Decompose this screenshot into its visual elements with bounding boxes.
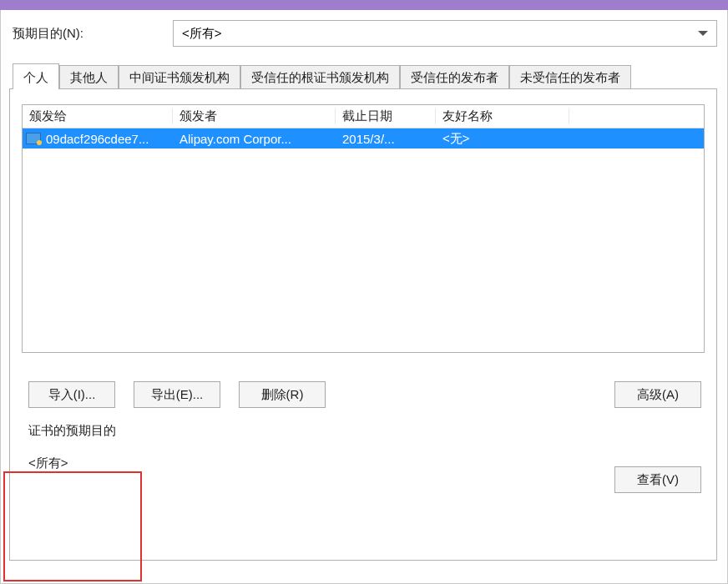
delete-button[interactable]: 删除(R) (239, 381, 326, 408)
cell-expiry: 2015/3/... (336, 132, 436, 146)
view-button[interactable]: 查看(V) (614, 466, 701, 493)
tab-label: 受信任的根证书颁发机构 (251, 70, 389, 84)
button-label: 导出(E)... (151, 387, 204, 403)
certificate-list[interactable]: 颁发给 颁发者 截止日期 友好名称 09dacf296cdee7... Alip… (22, 104, 705, 353)
button-label: 导入(I)... (48, 387, 96, 403)
intended-purpose-value: <所有> (182, 26, 222, 42)
tab-label: 受信任的发布者 (411, 70, 498, 84)
cell-issued-by: Alipay.com Corpor... (173, 132, 336, 146)
list-header: 颁发给 颁发者 截止日期 友好名称 (23, 105, 704, 128)
tab-personal[interactable]: 个人 (13, 63, 59, 89)
export-button[interactable]: 导出(E)... (134, 381, 220, 408)
intended-purpose-row: 预期目的(N): <所有> (9, 20, 717, 47)
intended-purpose-label: 预期目的(N): (13, 26, 163, 42)
tab-untrusted-publishers[interactable]: 未受信任的发布者 (509, 65, 631, 89)
window-titlebar (0, 0, 728, 10)
tab-label: 个人 (23, 70, 48, 84)
certificate-icon (26, 133, 41, 144)
tab-intermediate-ca[interactable]: 中间证书颁发机构 (119, 65, 240, 89)
tab-panel: 颁发给 颁发者 截止日期 友好名称 09dacf296cdee7... Alip… (9, 88, 717, 561)
dialog-body: 预期目的(N): <所有> 个人 其他人 中间证书颁发机构 受信任的根证书颁发机… (0, 10, 728, 584)
col-issued-to[interactable]: 颁发给 (23, 108, 173, 124)
col-friendly-name[interactable]: 友好名称 (436, 108, 569, 124)
tab-trusted-publishers[interactable]: 受信任的发布者 (400, 65, 509, 89)
tab-strip: 个人 其他人 中间证书颁发机构 受信任的根证书颁发机构 受信任的发布者 未受信任… (9, 63, 717, 88)
col-expiry[interactable]: 截止日期 (336, 108, 436, 124)
tab-trusted-root-ca[interactable]: 受信任的根证书颁发机构 (240, 65, 400, 89)
col-issued-by[interactable]: 颁发者 (173, 108, 336, 124)
button-label: 查看(V) (637, 472, 679, 488)
action-button-row: 导入(I)... 导出(E)... 删除(R) 高级(A) (22, 381, 705, 408)
tab-other-people[interactable]: 其他人 (59, 65, 119, 89)
button-label: 高级(A) (637, 387, 679, 403)
cell-issued-to: 09dacf296cdee7... (44, 132, 171, 146)
tab-label: 中间证书颁发机构 (129, 70, 230, 84)
cert-purpose-heading: 证书的预期目的 (22, 423, 705, 439)
table-row[interactable]: 09dacf296cdee7... Alipay.com Corpor... 2… (23, 128, 704, 149)
cell-friendly: <无> (436, 131, 569, 147)
intended-purpose-select[interactable]: <所有> (173, 20, 717, 47)
advanced-button[interactable]: 高级(A) (614, 381, 701, 408)
tab-label: 未受信任的发布者 (520, 70, 620, 84)
chevron-down-icon (698, 31, 708, 36)
tab-label: 其他人 (70, 70, 108, 84)
import-button[interactable]: 导入(I)... (28, 381, 115, 408)
button-label: 删除(R) (261, 387, 304, 403)
